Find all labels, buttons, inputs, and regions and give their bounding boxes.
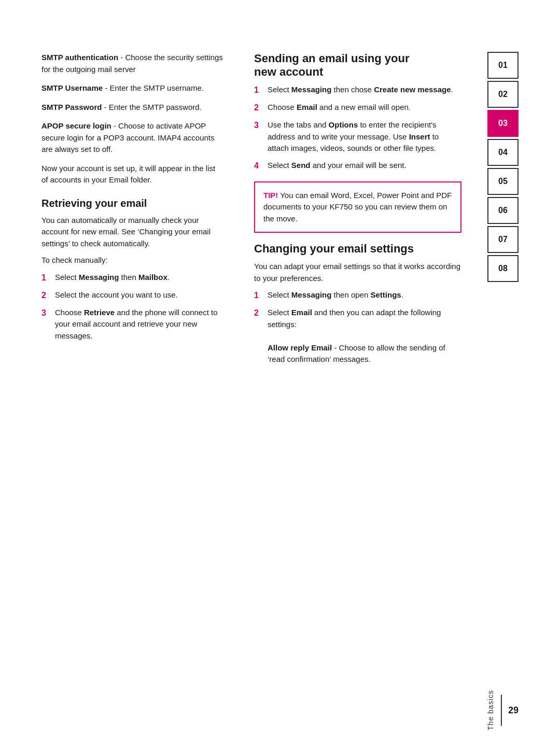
manual-steps-list: 1 Select Messaging then Mailbox. 2 Selec… (41, 272, 223, 342)
email-bold-s2: Email (297, 103, 317, 111)
smtp-username-text: SMTP Username - Enter the SMTP username. (41, 82, 223, 94)
page-wrapper: SMTP authentication - Choose the securit… (0, 0, 560, 746)
tab-04[interactable]: 04 (487, 139, 519, 166)
tab-02-label: 02 (498, 90, 508, 99)
sending-steps-list: 1 Select Messaging then chose Create new… (254, 84, 461, 172)
left-column: SMTP authentication - Choose the securit… (0, 31, 239, 715)
change-step-num-1: 1 (254, 289, 264, 302)
retrieving-intro: You can automatically or manually check … (41, 215, 223, 250)
right-column: Sending an email using your new account … (239, 31, 477, 715)
messaging-bold-1: Messaging (79, 273, 119, 281)
email-bold-c2: Email (291, 308, 312, 317)
sending-heading-line2: new account (254, 65, 323, 78)
tab-03-label: 03 (498, 119, 508, 128)
section-label: The basics (486, 690, 495, 730)
changing-heading: Changing your email settings (254, 242, 461, 256)
smtp-username-term: SMTP Username (41, 83, 103, 92)
manual-step-3: 3 Choose Retrieve and the phone will con… (41, 307, 223, 342)
apop-term: APOP secure login (41, 121, 111, 130)
change-step-num-2: 2 (254, 307, 264, 319)
send-step-2-content: Choose Email and a new email will open. (268, 102, 461, 114)
changing-step-2: 2 Select Email and then you can adapt th… (254, 307, 461, 365)
send-step-4-content: Select Send and your email will be sent. (268, 160, 461, 172)
sending-step-1: 1 Select Messaging then chose Create new… (254, 84, 461, 96)
smtp-password-term: SMTP Password (41, 103, 102, 111)
manual-check-label: To check manually: (41, 255, 223, 266)
smtp-password-text: SMTP Password - Enter the SMTP password. (41, 102, 223, 114)
step-num-3: 3 (41, 307, 52, 319)
send-step-3-content: Use the tabs and Options to enter the re… (268, 119, 461, 154)
messaging-bold-c1: Messaging (291, 290, 332, 299)
smtp-username-section: SMTP Username - Enter the SMTP username. (41, 82, 223, 94)
page-number: 29 (508, 705, 519, 716)
tip-label: TIP! (263, 191, 278, 200)
page-footer: The basics 29 (486, 690, 519, 730)
send-step-num-2: 2 (254, 102, 264, 114)
tab-07-label: 07 (498, 235, 508, 244)
create-new-msg-bold: Create new message (374, 85, 451, 94)
allow-reply-term: Allow reply Email (268, 343, 332, 352)
options-bold: Options (329, 120, 358, 129)
smtp-username-def: - Enter the SMTP username. (105, 83, 204, 92)
smtp-auth-section: SMTP authentication - Choose the securit… (41, 52, 223, 75)
tab-08[interactable]: 08 (487, 255, 519, 282)
tab-06-label: 06 (498, 206, 508, 215)
changing-intro: You can adapt your email settings so tha… (254, 261, 461, 284)
retrieving-heading: Retrieving your email (41, 198, 223, 209)
messaging-bold-s1: Messaging (291, 85, 332, 94)
tab-03[interactable]: 03 (487, 110, 519, 137)
changing-steps-list: 1 Select Messaging then open Settings. 2… (254, 289, 461, 365)
apop-text: APOP secure login - Choose to activate A… (41, 120, 223, 156)
smtp-password-section: SMTP Password - Enter the SMTP password. (41, 102, 223, 114)
send-step-num-4: 4 (254, 160, 264, 172)
send-step-num-1: 1 (254, 84, 264, 96)
sending-heading: Sending an email using your new account (254, 52, 461, 79)
tab-02[interactable]: 02 (487, 81, 519, 108)
tab-06[interactable]: 06 (487, 197, 519, 224)
send-step-1-content: Select Messaging then chose Create new m… (268, 84, 461, 96)
manual-step-2: 2 Select the account you want to use. (41, 289, 223, 302)
tab-08-label: 08 (498, 264, 508, 273)
changing-step-1: 1 Select Messaging then open Settings. (254, 289, 461, 302)
smtp-auth-text: SMTP authentication - Choose the securit… (41, 52, 223, 75)
tip-text: You can email Word, Excel, Power Point a… (263, 191, 452, 223)
step-num-1: 1 (41, 272, 52, 284)
settings-bold: Settings (370, 290, 401, 299)
mailbox-bold: Mailbox (138, 273, 167, 281)
sending-step-2: 2 Choose Email and a new email will open… (254, 102, 461, 114)
tip-box: TIP! You can email Word, Excel, Power Po… (254, 181, 461, 233)
sending-step-4: 4 Select Send and your email will be sen… (254, 160, 461, 172)
chapter-tabs: 01 02 03 04 05 06 07 08 (477, 31, 519, 715)
smtp-auth-term: SMTP authentication (41, 53, 118, 62)
step-num-2: 2 (41, 289, 52, 302)
retrieve-bold: Retrieve (84, 308, 115, 317)
sending-heading-line1: Sending an email using your (254, 52, 410, 65)
tab-05[interactable]: 05 (487, 168, 519, 195)
smtp-password-def: - Enter the SMTP password. (104, 103, 202, 111)
manual-step-1: 1 Select Messaging then Mailbox. (41, 272, 223, 284)
send-bold: Send (291, 161, 311, 170)
insert-bold: Insert (409, 132, 430, 141)
apop-section: APOP secure login - Choose to activate A… (41, 120, 223, 156)
tab-05-label: 05 (498, 177, 508, 186)
tab-07[interactable]: 07 (487, 226, 519, 253)
change-step-2-content: Select Email and then you can adapt the … (268, 307, 461, 365)
step-2-content: Select the account you want to use. (55, 289, 223, 301)
footer-divider (501, 695, 502, 726)
tab-01-label: 01 (498, 61, 508, 70)
change-step-1-content: Select Messaging then open Settings. (268, 289, 461, 301)
tab-01[interactable]: 01 (487, 52, 519, 79)
sending-step-3: 3 Use the tabs and Options to enter the … (254, 119, 461, 154)
account-setup-text: Now your account is set up, it will appe… (41, 163, 223, 186)
step-1-content: Select Messaging then Mailbox. (55, 272, 223, 284)
tab-04-label: 04 (498, 148, 508, 157)
step-3-content: Choose Retrieve and the phone will conne… (55, 307, 223, 342)
send-step-num-3: 3 (254, 119, 264, 132)
